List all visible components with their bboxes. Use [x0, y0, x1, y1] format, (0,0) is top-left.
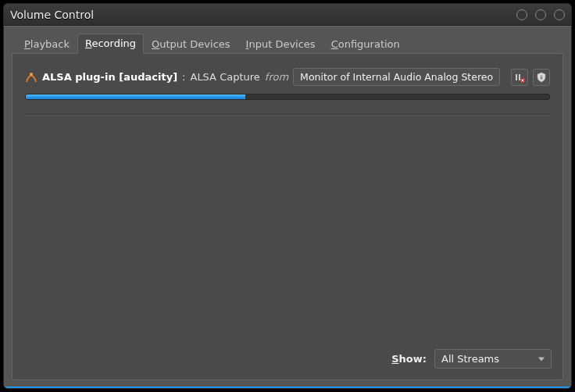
mute-icon: [514, 72, 525, 83]
titlebar[interactable]: Volume Control: [4, 4, 571, 26]
svg-rect-1: [516, 74, 517, 80]
stream-header-row: ALSA plug-in [audacity] : ALSA Capture f…: [25, 68, 550, 86]
client-area: Playback Recording Output Devices Input …: [4, 26, 571, 388]
tab-playback[interactable]: Playback: [16, 34, 77, 54]
close-button[interactable]: [554, 9, 565, 20]
minimize-button[interactable]: [516, 9, 527, 20]
recording-stream: ALSA plug-in [audacity] : ALSA Capture f…: [23, 65, 552, 109]
maximize-button[interactable]: [535, 9, 546, 20]
svg-point-0: [30, 73, 33, 76]
svg-rect-2: [519, 74, 520, 80]
separator: [23, 114, 552, 116]
tab-configuration[interactable]: Configuration: [323, 34, 408, 54]
tab-bar: Playback Recording Output Devices Input …: [12, 34, 563, 53]
colon: :: [182, 71, 185, 83]
svg-rect-4: [541, 77, 543, 79]
show-dropdown-value: All Streams: [441, 353, 499, 365]
shield-icon: [536, 72, 547, 83]
stream-description: ALSA Capture: [190, 71, 259, 83]
mute-button[interactable]: [511, 69, 528, 86]
window-buttons: [516, 9, 565, 20]
volume-slider[interactable]: [25, 94, 550, 100]
source-select[interactable]: Monitor of Internal Audio Analog Stereo: [293, 68, 500, 86]
show-label: Show:: [391, 353, 427, 365]
tab-input-devices[interactable]: Input Devices: [238, 34, 323, 54]
tab-recording[interactable]: Recording: [77, 34, 144, 54]
volume-fill: [26, 94, 245, 99]
stream-app-name: ALSA plug-in [audacity]: [42, 71, 177, 83]
window-title: Volume Control: [10, 9, 516, 21]
lock-channels-button[interactable]: [533, 69, 550, 86]
tab-output-devices[interactable]: Output Devices: [144, 34, 238, 54]
app-icon: [25, 71, 38, 84]
footer: Show: All Streams: [23, 344, 552, 369]
tab-panel-recording: ALSA plug-in [audacity] : ALSA Capture f…: [12, 53, 563, 380]
show-dropdown[interactable]: All Streams: [434, 349, 552, 369]
from-label: from: [265, 71, 288, 83]
window: Volume Control Playback Recording Output…: [3, 3, 572, 389]
